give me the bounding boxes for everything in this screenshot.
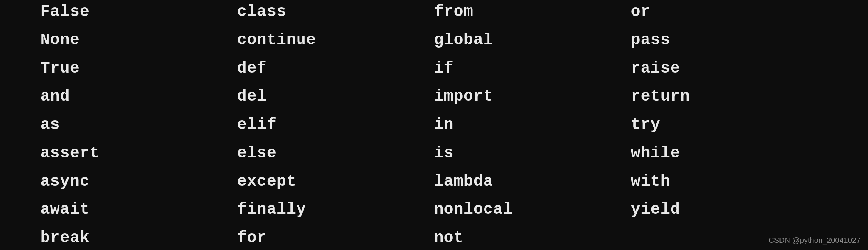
keyword-item: return	[631, 82, 828, 111]
keyword-item: break	[41, 224, 237, 250]
keyword-column-1: FalseNoneTrueandasassertasyncawaitbreak	[41, 0, 237, 250]
keyword-item: async	[41, 168, 237, 196]
keyword-column-4: orpassraisereturntrywhilewithyield	[631, 0, 828, 250]
keyword-item: else	[237, 139, 434, 168]
keyword-item: def	[237, 54, 434, 83]
keyword-item: assert	[41, 139, 237, 168]
keyword-item: except	[237, 168, 434, 196]
keyword-item: is	[434, 139, 631, 168]
keyword-item: if	[434, 54, 631, 83]
keyword-item: and	[41, 82, 237, 111]
keyword-item: while	[631, 139, 828, 168]
keyword-item: del	[237, 82, 434, 111]
keywords-container: FalseNoneTrueandasassertasyncawaitbreakc…	[18, 0, 851, 250]
keyword-item: True	[41, 54, 237, 83]
keyword-item: or	[631, 0, 828, 26]
keyword-item: lambda	[434, 168, 631, 196]
keyword-item: await	[41, 196, 237, 224]
keyword-item: nonlocal	[434, 196, 631, 224]
keyword-item: finally	[237, 196, 434, 224]
watermark: CSDN @python_20041027	[768, 236, 860, 245]
keyword-item: None	[41, 26, 237, 54]
keyword-item: False	[41, 0, 237, 26]
keyword-item: elif	[237, 111, 434, 139]
keyword-item: pass	[631, 26, 828, 54]
keyword-item: with	[631, 168, 828, 196]
keyword-item: from	[434, 0, 631, 26]
keyword-item: try	[631, 111, 828, 139]
keyword-column-2: classcontinuedefdelelifelseexceptfinally…	[237, 0, 434, 250]
keyword-item: continue	[237, 26, 434, 54]
keyword-item: import	[434, 82, 631, 111]
keyword-item: for	[237, 224, 434, 250]
keyword-item: yield	[631, 196, 828, 224]
keyword-item: in	[434, 111, 631, 139]
keyword-item: class	[237, 0, 434, 26]
keyword-item: as	[41, 111, 237, 139]
keyword-item: global	[434, 26, 631, 54]
keyword-item: raise	[631, 54, 828, 83]
keyword-item: not	[434, 224, 631, 250]
keyword-column-3: fromglobalifimportinislambdanonlocalnot	[434, 0, 631, 250]
